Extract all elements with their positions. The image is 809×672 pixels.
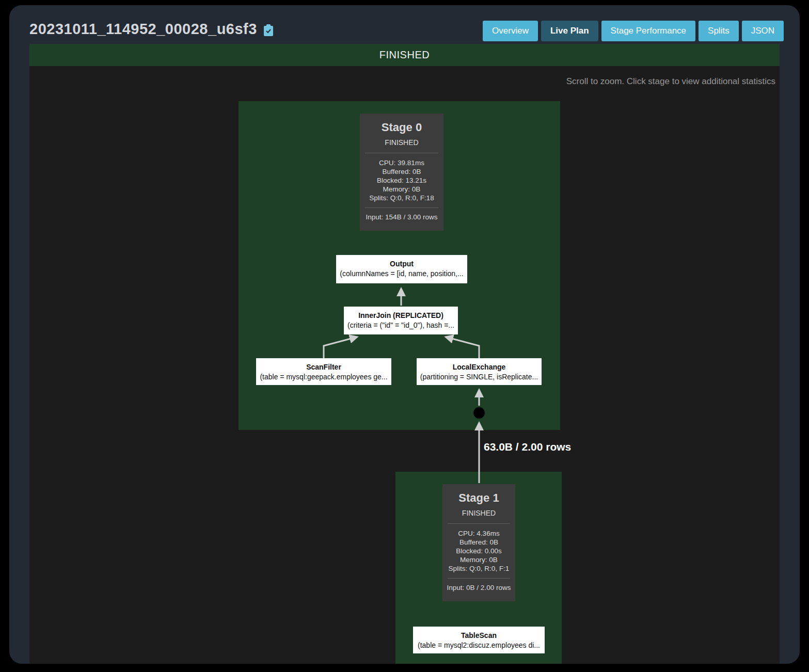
- stage-0-cpu: CPU: 39.81ms: [364, 158, 439, 167]
- live-plan-canvas[interactable]: Scroll to zoom. Click stage to view addi…: [29, 66, 780, 664]
- stage-1-input: Input: 0B / 2.00 rows: [447, 584, 511, 591]
- scanfilter-node-title: ScanFilter: [259, 362, 388, 372]
- clipboard-icon[interactable]: [263, 23, 274, 36]
- zoom-hint-text: Scroll to zoom. Click stage to view addi…: [566, 76, 775, 87]
- stage-1-memory: Memory: 0B: [447, 555, 511, 564]
- stage-0-name: Stage 0: [364, 121, 439, 134]
- stage-0-memory: Memory: 0B: [364, 185, 439, 194]
- tab-overview[interactable]: Overview: [483, 21, 538, 41]
- tab-splits[interactable]: Splits: [699, 21, 739, 41]
- plan-node-tablescan: TableScan (table = mysql2:discuz.employe…: [413, 627, 545, 653]
- tablescan-node-detail: (table = mysql2:discuz.employees di...: [416, 641, 542, 650]
- tab-live-plan[interactable]: Live Plan: [541, 21, 598, 41]
- header: 20231011_114952_00028_u6sf3 Overview Liv…: [9, 5, 800, 44]
- localexchange-node-title: LocalExchange: [420, 362, 538, 372]
- stage-1-name: Stage 1: [447, 491, 511, 505]
- plan-node-innerjoin: InnerJoin (REPLICATED) (criteria = ("id"…: [344, 307, 458, 334]
- stage-1-splits: Splits: Q:0, R:0, F:1: [447, 564, 511, 573]
- innerjoin-node-detail: (criteria = ("id" = "id_0"), hash =...: [347, 321, 455, 330]
- tab-bar: Overview Live Plan Stage Performance Spl…: [483, 21, 784, 41]
- query-detail-window: 20231011_114952_00028_u6sf3 Overview Liv…: [9, 5, 800, 664]
- query-id-text: 20231011_114952_00028_u6sf3: [29, 21, 257, 38]
- output-node-title: Output: [339, 259, 464, 269]
- tab-json[interactable]: JSON: [742, 21, 784, 41]
- query-id-title: 20231011_114952_00028_u6sf3: [29, 21, 274, 38]
- tablescan-node-title: TableScan: [416, 631, 542, 641]
- output-node-detail: (columnNames = [id, name, position,...: [339, 269, 464, 279]
- plan-node-localexchange: LocalExchange (partitioning = SINGLE, is…: [417, 358, 542, 385]
- stage-1-cpu: CPU: 4.36ms: [447, 529, 511, 538]
- stage-1-state: FINISHED: [447, 509, 511, 517]
- innerjoin-node-title: InnerJoin (REPLICATED): [347, 311, 455, 321]
- stage-0-splits: Splits: Q:0, R:0, F:18: [364, 194, 439, 202]
- stage-0-blocked: Blocked: 13.21s: [364, 176, 439, 185]
- status-banner: FINISHED: [29, 44, 780, 66]
- plan-node-output: Output (columnNames = [id, name, positio…: [336, 255, 467, 283]
- stage-0-state: FINISHED: [364, 138, 439, 147]
- stage-0-info-box[interactable]: Stage 0 FINISHED CPU: 39.81ms Buffered: …: [360, 114, 443, 231]
- scanfilter-node-detail: (table = mysql:geepack.employees ge...: [259, 372, 388, 382]
- stage-0-input: Input: 154B / 3.00 rows: [364, 213, 439, 221]
- stage-1-info-box[interactable]: Stage 1 FINISHED CPU: 4.36ms Buffered: 0…: [442, 484, 515, 601]
- exchange-data-label: 63.0B / 2.00 rows: [484, 441, 571, 453]
- stage-1-blocked: Blocked: 0.00s: [447, 547, 511, 555]
- tab-stage-performance[interactable]: Stage Performance: [601, 21, 695, 41]
- localexchange-node-detail: (partitioning = SINGLE, isReplicate...: [420, 372, 538, 382]
- stage-0-buffered: Buffered: 0B: [364, 167, 439, 176]
- stage-1-buffered: Buffered: 0B: [447, 538, 511, 547]
- plan-node-scanfilter: ScanFilter (table = mysql:geepack.employ…: [256, 358, 391, 385]
